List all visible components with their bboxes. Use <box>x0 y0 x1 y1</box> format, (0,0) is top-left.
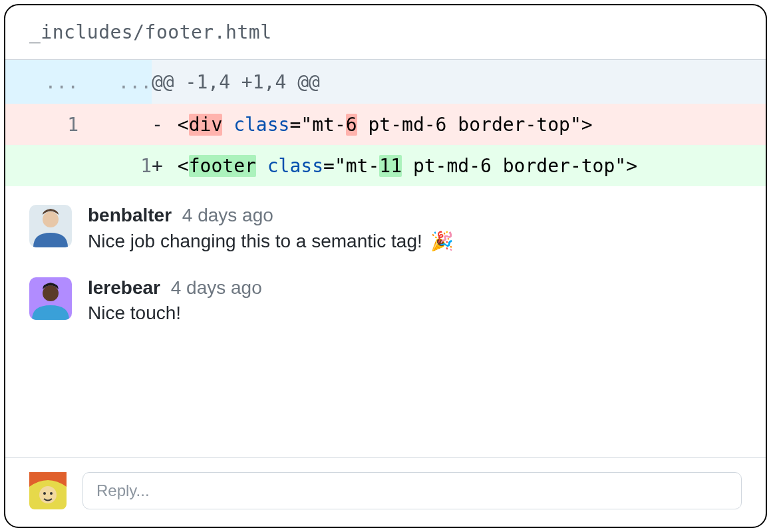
old-line-number <box>5 145 78 186</box>
diff-table: ... ... @@ -1,4 +1,4 @@ 1 - <div class="… <box>5 60 766 186</box>
avatar[interactable] <box>29 277 72 320</box>
old-line-number: 1 <box>5 104 78 145</box>
svg-point-1 <box>43 211 59 227</box>
added-highlight-num: 11 <box>379 155 402 177</box>
svg-point-6 <box>43 492 46 495</box>
party-popper-icon: 🎉 <box>430 230 454 252</box>
diff-marker-minus: - <box>152 114 166 136</box>
removed-code: - <div class="mt-6 pt-md-6 border-top"> <box>152 104 766 145</box>
comment-time: 4 days ago <box>182 205 273 225</box>
comments-section: benbalter 4 days ago Nice job changing t… <box>5 186 766 457</box>
added-highlight-tag: footer <box>189 155 256 177</box>
file-path: _includes/footer.html <box>5 5 766 60</box>
diff-removed-line[interactable]: 1 - <div class="mt-6 pt-md-6 border-top"… <box>5 104 766 145</box>
removed-highlight-tag: div <box>189 114 223 136</box>
diff-review-card: _includes/footer.html ... ... @@ -1,4 +1… <box>4 4 767 528</box>
new-line-number <box>78 104 152 145</box>
hunk-new-col: ... <box>78 60 152 104</box>
removed-highlight-num: 6 <box>346 114 357 136</box>
comment-text: Nice job changing this to a semantic tag… <box>88 230 454 252</box>
hunk-header-row: ... ... @@ -1,4 +1,4 @@ <box>5 60 766 104</box>
hunk-old-col: ... <box>5 60 78 104</box>
svg-point-7 <box>50 492 53 495</box>
svg-point-3 <box>43 285 59 301</box>
added-code: + <footer class="mt-11 pt-md-6 border-to… <box>152 145 766 186</box>
comment-author[interactable]: benbalter <box>88 205 172 225</box>
avatar[interactable] <box>29 472 67 509</box>
comment: benbalter 4 days ago Nice job changing t… <box>29 205 742 252</box>
diff-added-line[interactable]: 1 + <footer class="mt-11 pt-md-6 border-… <box>5 145 766 186</box>
comment: lerebear 4 days ago Nice touch! <box>29 277 742 324</box>
new-line-number: 1 <box>78 145 152 186</box>
comment-author[interactable]: lerebear <box>88 277 160 298</box>
comment-text: Nice touch! <box>88 303 262 324</box>
reply-input[interactable] <box>82 472 742 509</box>
reply-section <box>5 457 766 527</box>
hunk-header: @@ -1,4 +1,4 @@ <box>152 60 766 104</box>
avatar[interactable] <box>29 205 72 247</box>
diff-marker-plus: + <box>152 155 166 177</box>
comment-time: 4 days ago <box>171 277 262 298</box>
